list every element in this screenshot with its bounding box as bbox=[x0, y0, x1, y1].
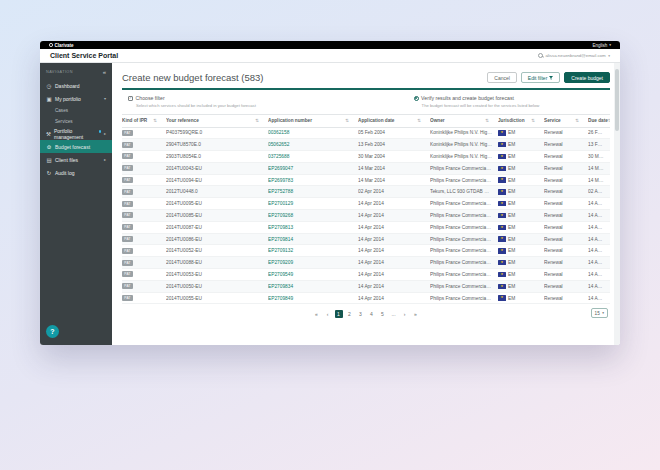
page-button-5[interactable]: 5 bbox=[379, 310, 387, 318]
column-header-kind-of-ipr[interactable]: Kind of IPR⇅ bbox=[122, 118, 166, 123]
table-row: PATP4037599QRE.00036215805 Feb 2004Konin… bbox=[122, 128, 610, 140]
vertical-scrollbar[interactable] bbox=[614, 63, 620, 345]
application-number-link[interactable]: EP2709549 bbox=[268, 272, 293, 277]
application-number-link[interactable]: 00362158 bbox=[268, 130, 289, 135]
cell-kind-of-ipr: PAT bbox=[122, 212, 166, 218]
column-header-your-reference[interactable]: Your reference⇅ bbox=[166, 118, 268, 123]
sidebar-item-audit-log[interactable]: ↻Audit log bbox=[40, 166, 112, 179]
page-background: { "colors": { "accent_teal": "#16685E", … bbox=[0, 0, 660, 470]
cell-your-reference: 2014TU0095-EU bbox=[166, 201, 268, 206]
application-number-link[interactable]: 03725688 bbox=[268, 154, 289, 159]
portal-title: Client Service Portal bbox=[50, 52, 118, 59]
language-selector[interactable]: English ▾ bbox=[592, 43, 611, 48]
next-page-button[interactable]: › bbox=[401, 310, 409, 318]
cell-application-date: 30 Mar 2004 bbox=[358, 154, 430, 159]
sidebar-item-label: Audit log bbox=[55, 170, 74, 176]
ipr-type-badge: PAT bbox=[122, 189, 133, 195]
page-button-3[interactable]: 3 bbox=[357, 310, 365, 318]
chevron-right-icon: ▸ bbox=[104, 131, 106, 136]
page-button-4[interactable]: 4 bbox=[368, 310, 376, 318]
column-header-owner[interactable]: Owner⇅ bbox=[430, 118, 498, 123]
sort-filter-icon[interactable]: ⇅ bbox=[575, 118, 579, 123]
cell-your-reference: 2012TU0448.0 bbox=[166, 189, 268, 194]
edit-filter-button[interactable]: Edit filter bbox=[521, 72, 560, 83]
sidebar-item-my-portfolio[interactable]: ▣My portfolio▾ bbox=[40, 92, 112, 105]
eu-flag-icon: ★ bbox=[498, 177, 506, 183]
application-number-link[interactable]: EP2709268 bbox=[268, 213, 293, 218]
cell-jurisdiction: ★EM bbox=[498, 295, 544, 301]
cell-due-date: 14 Mar 2024 bbox=[588, 178, 610, 183]
cell-your-reference: 2014TU0053-EU bbox=[166, 272, 268, 277]
page-button-1[interactable]: 1 bbox=[335, 310, 343, 318]
table-row: PAT2014TU0095-EUEP270012914 Apr 2014Phil… bbox=[122, 198, 610, 210]
sidebar-item-client-files[interactable]: ▤Client files▸ bbox=[40, 153, 112, 166]
column-header-application-number[interactable]: Application number⇅ bbox=[268, 118, 358, 123]
coins-icon: ⊜ bbox=[46, 144, 52, 150]
cancel-button[interactable]: Cancel bbox=[487, 72, 517, 83]
cell-service: Renewal bbox=[544, 142, 588, 147]
sidebar-subitem-services[interactable]: Services bbox=[40, 116, 112, 127]
sort-filter-icon[interactable]: ⇅ bbox=[417, 118, 421, 123]
prev-page-button[interactable]: ‹ bbox=[324, 310, 332, 318]
sidebar-item-budget-forecast[interactable]: ⊜Budget forecast bbox=[40, 140, 112, 153]
application-number-link[interactable]: EP2699783 bbox=[268, 178, 293, 183]
column-header-label: Service bbox=[544, 118, 561, 123]
column-header-label: Application number bbox=[268, 118, 312, 123]
create-budget-button[interactable]: Create budget bbox=[564, 72, 610, 83]
column-header-jurisdiction[interactable]: Jurisdiction⇅ bbox=[498, 118, 544, 123]
sidebar-item-portfolio-management[interactable]: ⚒Portfolio management▸ bbox=[40, 127, 112, 140]
cell-service: Renewal bbox=[544, 178, 588, 183]
cell-application-number: EP2709132 bbox=[268, 248, 358, 253]
table-row: PAT2014TU0088-EUEP270920914 Apr 2014Phil… bbox=[122, 257, 610, 269]
last-page-button[interactable]: » bbox=[412, 310, 420, 318]
cell-application-date: 14 Apr 2014 bbox=[358, 296, 430, 301]
eu-flag-icon: ★ bbox=[498, 130, 506, 136]
cell-due-date: 14 Mar 2024 bbox=[588, 166, 610, 171]
sort-filter-icon[interactable]: ⇅ bbox=[531, 118, 535, 123]
jurisdiction-code: EM bbox=[508, 272, 515, 277]
application-number-link[interactable]: EP2709834 bbox=[268, 284, 293, 289]
application-number-link[interactable]: EP2752788 bbox=[268, 189, 293, 194]
application-number-link[interactable]: EP2709813 bbox=[268, 225, 293, 230]
first-page-button[interactable]: « bbox=[313, 310, 321, 318]
application-number-link[interactable]: 05062652 bbox=[268, 142, 289, 147]
sort-filter-icon[interactable]: ⇅ bbox=[608, 118, 610, 123]
cell-your-reference: 2903TU8054E.0 bbox=[166, 154, 268, 159]
sort-filter-icon[interactable]: ⇅ bbox=[345, 118, 349, 123]
scrollbar-thumb[interactable] bbox=[615, 69, 619, 131]
application-number-link[interactable]: EP2709814 bbox=[268, 237, 293, 242]
sort-filter-icon[interactable]: ⇅ bbox=[485, 118, 489, 123]
column-header-application-date[interactable]: Application date⇅ bbox=[358, 118, 430, 123]
application-number-link[interactable]: EP2700129 bbox=[268, 201, 293, 206]
cell-due-date: 14 Apr 2024 bbox=[588, 248, 610, 253]
user-menu[interactable]: alissa.neuenbrand@email.com ▾ bbox=[538, 53, 610, 58]
cell-application-number: EP2709814 bbox=[268, 237, 358, 242]
sidebar-item-dashboard[interactable]: ◷Dashboard bbox=[40, 79, 112, 92]
cell-jurisdiction: ★EM bbox=[498, 272, 544, 278]
user-name: alissa.neuenbrand@email.com bbox=[545, 53, 605, 58]
table-row: PAT2014TU0094-EUEP269978314 Mar 2014Phil… bbox=[122, 175, 610, 187]
sort-filter-icon[interactable]: ⇅ bbox=[153, 118, 157, 123]
page-size-select[interactable]: 15 ▾ bbox=[591, 308, 608, 318]
cell-jurisdiction: ★EM bbox=[498, 166, 544, 172]
ipr-type-badge: PAT bbox=[122, 248, 133, 254]
cell-application-number: EP2700129 bbox=[268, 201, 358, 206]
sort-filter-icon[interactable]: ⇅ bbox=[255, 118, 259, 123]
jurisdiction-code: EM bbox=[508, 225, 515, 230]
help-button[interactable]: ? bbox=[46, 325, 59, 338]
application-number-link[interactable]: EP2699047 bbox=[268, 166, 293, 171]
application-number-link[interactable]: EP2709209 bbox=[268, 260, 293, 265]
column-header-service[interactable]: Service⇅ bbox=[544, 118, 588, 123]
sidebar-subitem-cases[interactable]: Cases bbox=[40, 105, 112, 116]
history-icon: ↻ bbox=[46, 170, 52, 176]
page-button-2[interactable]: 2 bbox=[346, 310, 354, 318]
application-number-link[interactable]: EP2709849 bbox=[268, 296, 293, 301]
column-header-due-date[interactable]: Due date⇅ bbox=[588, 118, 610, 123]
cell-due-date: 14 Apr 2024 bbox=[588, 272, 610, 277]
collapse-sidebar-icon[interactable]: « bbox=[103, 69, 106, 75]
application-number-link[interactable]: EP2709132 bbox=[268, 248, 293, 253]
cell-kind-of-ipr: PAT bbox=[122, 295, 166, 301]
ipr-type-badge: PAT bbox=[122, 224, 133, 230]
cell-kind-of-ipr: PAT bbox=[122, 177, 166, 183]
page-title: Create new budget forecast (583) bbox=[122, 72, 264, 83]
